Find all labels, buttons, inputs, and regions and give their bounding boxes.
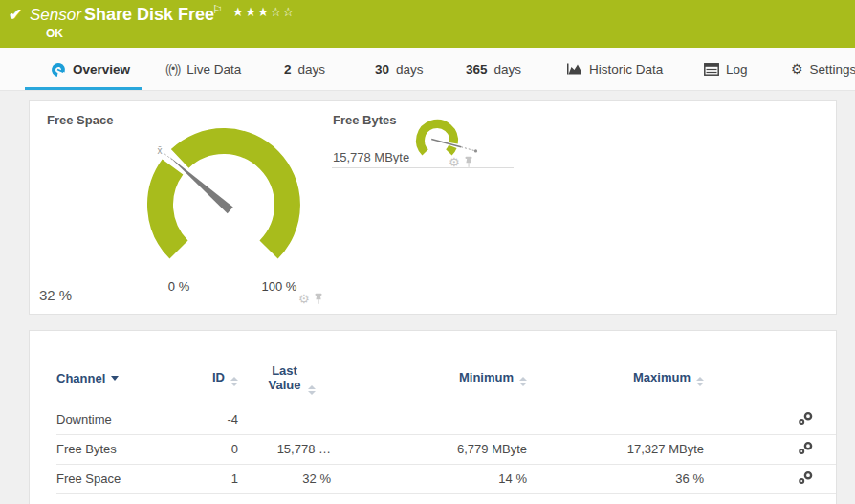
header-actions	[704, 352, 837, 405]
header-maximum[interactable]: Maximum	[527, 352, 704, 405]
tab-2-days-number: 2	[284, 62, 292, 77]
sort-desc-icon	[111, 376, 119, 381]
pin-icon[interactable]	[464, 156, 473, 168]
cell-maximum: 17,327 MByte	[527, 434, 704, 464]
cell-minimum: 6,779 MByte	[331, 434, 527, 464]
tab-historic-data[interactable]: Historic Data	[566, 48, 663, 90]
tab-log[interactable]: Log	[704, 48, 748, 90]
tab-365-days[interactable]: 365 days	[466, 48, 521, 90]
cell-minimum: 14 %	[331, 464, 527, 493]
table-header-row: Channel ID Last Value Minimum Maximum	[56, 352, 837, 405]
tab-log-label: Log	[726, 62, 748, 77]
tab-365-days-number: 365	[466, 62, 488, 77]
sort-icon	[519, 377, 527, 386]
ok-check-icon: ✔	[9, 5, 22, 25]
sort-icon	[230, 377, 238, 386]
free-bytes-gauge-title: Free Bytes	[333, 113, 396, 127]
tab-live-data-label: Live Data	[186, 62, 241, 77]
tab-365-days-label: days	[494, 62, 522, 77]
tab-settings[interactable]: ⚙ Settings	[791, 48, 855, 90]
free-space-value: 32 %	[39, 287, 72, 303]
cell-id: -4	[190, 405, 238, 434]
channel-settings-gears-icon[interactable]	[798, 471, 814, 485]
table-row: Downtime -4	[56, 405, 837, 434]
free-space-gauge: x̄ 0 % 100 %	[128, 109, 319, 296]
header-minimum-label: Minimum	[459, 370, 514, 384]
log-list-icon	[704, 63, 719, 76]
cell-channel: Free Space	[56, 464, 190, 493]
sort-icon	[308, 385, 316, 395]
gear-icon: ⚙	[791, 61, 803, 77]
tab-settings-label: Settings	[810, 62, 855, 77]
tab-overview[interactable]: Overview	[51, 48, 130, 90]
tab-30-days-label: days	[396, 62, 424, 77]
gauge-max-label: 100 %	[262, 279, 297, 294]
channels-panel: Channel ID Last Value Minimum Maximum	[29, 330, 837, 504]
channel-settings-gears-icon[interactable]	[798, 411, 814, 426]
cell-id: 0	[190, 434, 238, 464]
header-id[interactable]: ID	[190, 352, 238, 405]
cell-channel: Downtime	[56, 405, 190, 434]
header-maximum-label: Maximum	[633, 370, 691, 384]
cell-maximum	[527, 405, 704, 434]
free-bytes-gauge-controls: ⚙	[449, 156, 473, 168]
table-row: Free Bytes 0 15,778 … 6,779 MByte 17,327…	[56, 434, 837, 464]
status-badge: OK	[46, 27, 63, 40]
header-channel[interactable]: Channel	[56, 352, 190, 405]
tab-historic-data-label: Historic Data	[589, 62, 663, 77]
tab-2-days[interactable]: 2 days	[284, 48, 325, 90]
channels-table: Channel ID Last Value Minimum Maximum	[56, 352, 837, 494]
header-channel-label: Channel	[56, 371, 105, 385]
gauge-icon	[51, 61, 66, 77]
gauge-settings-gear-icon[interactable]: ⚙	[449, 156, 460, 168]
sort-icon	[696, 377, 704, 386]
cell-id: 1	[190, 464, 238, 493]
header-id-label: ID	[212, 370, 225, 384]
prtg-sensor-page: ✔ Sensor Share Disk Free ⚐ ★★★☆☆ OK Over…	[0, 0, 855, 504]
channel-settings-gears-icon[interactable]	[798, 441, 814, 455]
gauge-min-label: 0 %	[168, 279, 190, 294]
mean-marker: x̄	[158, 145, 163, 156]
cell-minimum	[331, 405, 527, 434]
tab-bar: Overview ((•)) Live Data 2 days 30 days …	[0, 48, 855, 91]
area-chart-icon	[566, 62, 582, 76]
tab-30-days[interactable]: 30 days	[375, 48, 424, 90]
header-last-value-label: Last Value	[262, 363, 308, 392]
gauge-settings-gear-icon[interactable]: ⚙	[298, 293, 310, 305]
priority-stars[interactable]: ★★★☆☆	[232, 5, 296, 19]
cell-maximum: 36 %	[527, 464, 704, 493]
free-bytes-value: 15,778 MByte	[333, 150, 409, 164]
priority-flag-icon[interactable]: ⚐	[212, 3, 223, 16]
tab-live-data[interactable]: ((•)) Live Data	[165, 48, 241, 90]
cell-last-value	[238, 405, 331, 434]
free-space-gauge-controls: ⚙	[298, 293, 323, 305]
table-row: Free Space 1 32 % 14 % 36 %	[56, 464, 837, 493]
tab-overview-label: Overview	[73, 62, 130, 77]
cell-last-value: 32 %	[238, 464, 331, 493]
sensor-status-header: ✔ Sensor Share Disk Free ⚐ ★★★☆☆ OK	[0, 0, 855, 48]
cell-channel: Free Bytes	[56, 434, 190, 464]
tab-30-days-number: 30	[375, 62, 389, 77]
tab-2-days-label: days	[298, 62, 326, 77]
object-kind-label: Sensor	[30, 6, 81, 25]
gauges-panel: Free Space x̄ 0 % 100 % 32 % ⚙ Free Byte	[29, 100, 837, 315]
sensor-title: Share Disk Free	[84, 5, 214, 25]
header-last-value[interactable]: Last Value	[238, 352, 331, 405]
pin-icon[interactable]	[314, 293, 323, 305]
gauge-needle	[169, 157, 233, 214]
live-data-icon: ((•))	[165, 62, 180, 76]
cell-last-value: 15,778 …	[238, 434, 331, 464]
free-bytes-divider	[332, 167, 514, 168]
header-minimum[interactable]: Minimum	[331, 352, 527, 405]
active-tab-underline	[25, 87, 142, 90]
free-space-gauge-title: Free Space	[47, 113, 113, 127]
